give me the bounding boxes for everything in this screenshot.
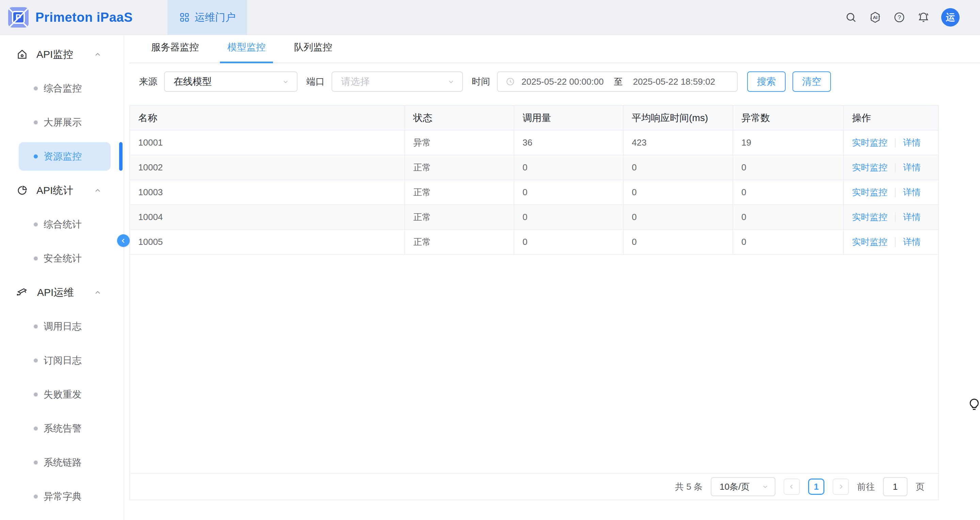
cell-status: 正常 [405, 205, 514, 229]
sidebar-item-exception-dictionary[interactable]: 异常字典 [0, 480, 124, 514]
detail-link[interactable]: 详情 [903, 211, 921, 223]
sidebar-item-subscription-logs[interactable]: 订阅日志 [0, 344, 124, 377]
current-page-button[interactable]: 1 [808, 479, 824, 495]
detail-link[interactable]: 详情 [903, 162, 921, 173]
cell-name: 10001 [130, 131, 405, 155]
table-row: 10003 正常 0 0 0 实时监控 详情 [130, 180, 938, 205]
logo-letter: P [12, 11, 25, 24]
prev-page-button[interactable] [784, 479, 800, 495]
brand: P Primeton iPaaS [0, 7, 133, 27]
cell-calls: 36 [514, 131, 624, 155]
cell-avg: 0 [624, 230, 733, 254]
source-label: 来源 [139, 76, 157, 88]
pie-chart-icon [16, 184, 28, 197]
search-icon[interactable] [845, 11, 858, 24]
help-icon[interactable]: ? [893, 11, 906, 24]
sidebar-item-composite-statistics[interactable]: 综合统计 [0, 208, 124, 241]
time-range-picker[interactable]: 2025-05-22 00:00:00 至 2025-05-22 18:59:0… [497, 71, 738, 92]
table-row: 10001 异常 36 423 19 实时监控 详情 [130, 131, 938, 155]
detail-link[interactable]: 详情 [903, 137, 921, 149]
goto-page-input[interactable]: 1 [883, 477, 907, 496]
chevron-down-icon [281, 77, 290, 86]
cell-name: 10002 [130, 155, 405, 179]
clock-icon [505, 76, 515, 87]
divider [895, 138, 896, 147]
cell-actions: 实时监控 详情 [844, 180, 938, 205]
col-errors: 异常数 [733, 106, 844, 130]
portal-tab[interactable]: 运维门户 [167, 0, 247, 35]
bell-icon[interactable] [917, 11, 930, 24]
cell-calls: 0 [514, 155, 624, 179]
chevron-down-icon [761, 483, 769, 491]
cell-avg: 0 [624, 205, 733, 229]
cell-actions: 实时监控 详情 [844, 131, 938, 155]
chevron-up-icon [94, 50, 102, 59]
cell-calls: 0 [514, 180, 624, 205]
sidebar-group-label: API统计 [37, 184, 73, 198]
cell-avg: 0 [624, 155, 733, 179]
sidebar-collapse-button[interactable] [117, 234, 130, 247]
cell-name: 10005 [130, 230, 405, 254]
source-select[interactable]: 在线模型 [164, 71, 298, 92]
chevron-up-icon [94, 186, 102, 195]
port-select[interactable]: 请选择 [331, 71, 463, 92]
divider [895, 188, 896, 197]
search-button[interactable]: 搜索 [747, 71, 786, 92]
realtime-monitor-link[interactable]: 实时监控 [852, 162, 888, 173]
tab-model-monitor[interactable]: 模型监控 [220, 41, 273, 63]
cell-actions: 实时监控 详情 [844, 205, 938, 229]
cell-errors: 0 [733, 205, 844, 229]
sidebar-item-system-alerts[interactable]: 系统告警 [0, 412, 124, 445]
bullet-icon [34, 392, 38, 396]
page-size-select[interactable]: 10条/页 [711, 477, 775, 496]
next-page-button[interactable] [833, 479, 849, 495]
col-name: 名称 [130, 106, 405, 130]
realtime-monitor-link[interactable]: 实时监控 [852, 236, 888, 248]
table-header: 名称 状态 调用量 平均响应时间(ms) 异常数 操作 [130, 106, 938, 131]
sidebar-group-label: API监控 [37, 48, 73, 62]
content-tabs: 服务器监控 模型监控 队列监控 [129, 35, 980, 63]
table-row: 10004 正常 0 0 0 实时监控 详情 [130, 205, 938, 230]
col-status: 状态 [405, 106, 514, 130]
sidebar-group-api-monitor[interactable]: API监控 [0, 37, 124, 71]
sidebar-group-api-statistics[interactable]: API统计 [0, 173, 124, 208]
tab-server-monitor[interactable]: 服务器监控 [144, 41, 206, 63]
home-icon [16, 48, 28, 60]
main-content: 服务器监控 模型监控 队列监控 来源 在线模型 端口 请选择 [124, 35, 980, 520]
lightbulb-icon[interactable] [967, 397, 980, 415]
cell-actions: 实时监控 详情 [844, 230, 938, 254]
sidebar-item-failure-resend[interactable]: 失败重发 [0, 377, 124, 412]
sidebar-group-api-operations[interactable]: API运维 [0, 276, 124, 309]
svg-text:?: ? [897, 14, 901, 21]
realtime-monitor-link[interactable]: 实时监控 [852, 186, 888, 198]
cell-errors: 0 [733, 230, 844, 254]
sidebar-item-big-screen[interactable]: 大屏展示 [0, 105, 124, 140]
clear-button[interactable]: 清空 [792, 71, 831, 92]
cell-calls: 0 [514, 205, 624, 229]
cell-status: 异常 [405, 131, 514, 155]
user-avatar[interactable]: 运 [941, 8, 959, 27]
ai-icon[interactable]: AI [869, 11, 882, 24]
detail-link[interactable]: 详情 [903, 236, 921, 248]
cell-avg: 423 [624, 131, 733, 155]
sidebar-item-system-links[interactable]: 系统链路 [0, 445, 124, 480]
page-unit-label: 页 [916, 481, 924, 493]
brand-logo-icon: P [8, 7, 29, 27]
col-avg-response: 平均响应时间(ms) [624, 106, 733, 130]
sidebar-item-resource-monitor[interactable]: 资源监控 [0, 140, 124, 173]
sidebar-item-composite-monitor[interactable]: 综合监控 [0, 71, 124, 105]
detail-link[interactable]: 详情 [903, 186, 921, 198]
pagination: 共 5 条 10条/页 1 [130, 473, 938, 499]
brand-name: Primeton iPaaS [35, 10, 133, 25]
realtime-monitor-link[interactable]: 实时监控 [852, 137, 888, 149]
realtime-monitor-link[interactable]: 实时监控 [852, 211, 888, 223]
sidebar-item-security-statistics[interactable]: 安全统计 [0, 241, 124, 276]
bullet-icon [34, 358, 38, 363]
bullet-icon [34, 325, 38, 328]
chevron-up-icon [94, 289, 102, 296]
bullet-icon [34, 426, 38, 431]
tab-queue-monitor[interactable]: 队列监控 [286, 41, 340, 63]
portal-tab-label: 运维门户 [195, 11, 235, 24]
sidebar-group-label: API运维 [37, 286, 74, 300]
sidebar-item-call-logs[interactable]: 调用日志 [0, 309, 124, 344]
